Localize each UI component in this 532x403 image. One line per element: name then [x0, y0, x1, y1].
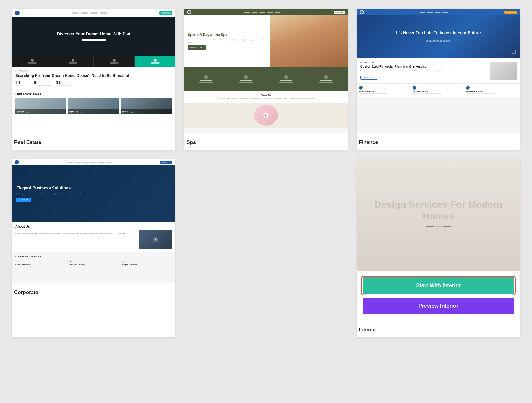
re-stat-num: 6: [34, 80, 50, 85]
arrow-icon: ↗: [122, 260, 172, 263]
corp-feature-2: ↗ Strategy & Planning Navigate the compl…: [69, 260, 119, 268]
fin-logo: [360, 10, 364, 14]
spa-thumbnail: BOOK NOW Spend A Day at the Spa If ever …: [184, 9, 348, 133]
re-action-label: [110, 62, 119, 64]
fin-features: Financial Planning Lorem ipsum dolor sit…: [357, 84, 520, 97]
corp-nav-link: [83, 162, 89, 163]
corporate-label: Corporate: [13, 286, 174, 297]
re-stat-label: REAL ESTATE AGENTS: [34, 85, 50, 87]
fin-hero-title: It's Never Too Late To Invest In Your Fu…: [396, 30, 481, 35]
spa-service-text: [319, 82, 333, 83]
card-interior: Design Services For Modern Homes Start W…: [357, 159, 520, 337]
fin-section: WELCOME TO DIVI Customized Financial Pla…: [357, 58, 520, 84]
re-action-label: [28, 62, 37, 64]
corp-feature-text: Ensure financial stability and profit wi…: [122, 266, 172, 268]
finance-label: Finance: [358, 136, 519, 147]
re-nav-link: [100, 12, 107, 14]
re-section: LISTINGS Searching For Your Dream Home D…: [12, 67, 175, 133]
fin-section-title: Customized Financial Planning & Investin…: [360, 64, 487, 69]
spa-model-photo: [270, 15, 348, 67]
re-nav-link: [90, 12, 98, 14]
spa-hero: Spend A Day at the Spa If ever there was…: [184, 15, 348, 67]
spa-service-icon: [204, 75, 208, 79]
spa-nav-link: [267, 12, 273, 13]
spa-services: [184, 67, 348, 91]
corp-feature-title: Sales & Marketing: [15, 264, 66, 266]
corporate-label-section: Corporate: [12, 283, 175, 300]
spa-service-text: [199, 82, 213, 83]
spa-nav-link: [275, 12, 281, 13]
spa-service-4: [306, 69, 345, 88]
re-action-cta: [135, 56, 176, 67]
re-section-heading: Searching For Your Dream Home Doesn't Ne…: [15, 73, 172, 78]
re-logo: [15, 11, 20, 15]
fin-feature-title: Portfolio Diversity: [413, 90, 464, 92]
spa-nav-btn: BOOK NOW: [334, 11, 345, 14]
spa-about-title: About Us: [189, 94, 343, 96]
corp-hero: Elegant Business Solutions The best guid…: [12, 165, 175, 222]
fin-feature-icon: [359, 86, 363, 90]
spa-nav-links: [244, 12, 281, 13]
interior-heading: Design Services For Modern Homes: [363, 199, 514, 222]
fin-feature-title: Financial Planning: [359, 90, 411, 92]
spa-service-1: [186, 69, 225, 88]
corp-feature-text: Enhance your business potential with cle…: [15, 266, 66, 268]
re-property-1: $1,200,000 4 Beds, 3 Baths, 2450 Sqft: [15, 98, 66, 114]
re-stat-label: AREAS COVERED: [15, 85, 28, 87]
interior-content: Design Services For Modern Homes: [357, 193, 520, 237]
re-prop-details: 3 Bed, 2 Baths, 2140 Sqft: [122, 112, 171, 113]
re-nav-link: [81, 12, 88, 14]
corp-lead: Lead. Achive. Succeed. ↗ Sales & Marketi…: [12, 252, 175, 271]
re-stat-2: 6 REAL ESTATE AGENTS: [34, 80, 50, 87]
corp-hero-title: Elegant Business Solutions: [16, 185, 171, 191]
re-navbar: SCHEDULE: [12, 9, 175, 17]
corp-about-title: About Us: [15, 225, 172, 228]
fin-navbar: GET STARTED: [357, 9, 520, 15]
spa-service-text: [279, 82, 293, 83]
corp-feature-1: ↗ Sales & Marketing Enhance your busines…: [15, 260, 66, 268]
spa-label-section: Spa: [184, 133, 348, 150]
corp-hero-text: The best guide to deliver our comprehens…: [16, 193, 109, 195]
re-action-icon: [31, 59, 34, 62]
interior-thumbnail: Design Services For Modern Homes: [357, 159, 520, 271]
spa-play-button: [263, 113, 269, 118]
fin-nav-btn: GET STARTED: [504, 11, 517, 14]
fin-section-text: WELCOME TO DIVI Customized Financial Pla…: [360, 62, 487, 80]
re-property-3: $645,000 3 Bed, 2 Baths, 2140 Sqft: [121, 98, 172, 114]
re-action-label: [151, 62, 160, 64]
spa-service-icon: [244, 75, 248, 79]
corp-nav-btn: CONTACT US: [160, 161, 172, 164]
interior-label-section: Interior: [357, 320, 520, 337]
start-with-interior-button[interactable]: Start With Interior: [363, 277, 514, 294]
re-action-buy: [12, 56, 53, 67]
arrow-icon: ↗: [69, 260, 119, 263]
spa-service-icon: [324, 75, 328, 79]
re-nav-links: [72, 12, 107, 14]
re-hero: Discover Your Dream Home With Divi: [12, 17, 175, 56]
corp-nav-link: [67, 162, 73, 163]
fin-feature-title: Wealth Management: [466, 90, 518, 92]
re-section-label: LISTINGS: [15, 70, 172, 73]
fin-feature-icon: [466, 86, 470, 90]
interior-line: [443, 226, 451, 227]
re-prop-details: 4 Beds, 3 Baths, 2450 Sqft: [17, 112, 65, 113]
corp-logo: [15, 160, 19, 164]
fin-feature-text: Lorem ipsum dolor sit amet, consectetur …: [466, 93, 518, 95]
corp-feature-text: Navigate the complexity of business grow…: [69, 266, 119, 268]
re-action-icon: [113, 59, 116, 62]
real-estate-label: Real Estate: [13, 136, 174, 147]
corporate-thumbnail: CONTACT US Elegant Business Solutions Th…: [12, 159, 175, 283]
card-finance: GET STARTED It's Never Too Late To Inves…: [357, 9, 520, 150]
corp-lead-title: Lead. Achive. Succeed.: [15, 255, 172, 258]
spa-hero-title: Spend A Day at the Spa: [188, 33, 266, 38]
fin-feature-text: Lorem ipsum dolor sit amet, consectetur …: [413, 93, 464, 95]
fin-section-image: [490, 62, 517, 80]
re-stat-1: 84 AREAS COVERED: [15, 80, 28, 87]
re-action-sell: [94, 56, 135, 67]
preview-interior-button[interactable]: Preview Interior: [363, 298, 514, 314]
re-action-label: [69, 62, 77, 64]
corp-navbar: CONTACT US: [12, 159, 175, 165]
interior-line: [426, 226, 434, 227]
corp-about-paragraph: We are dedicated to empowering businesse…: [15, 233, 113, 235]
fin-nav-link: [427, 12, 433, 13]
